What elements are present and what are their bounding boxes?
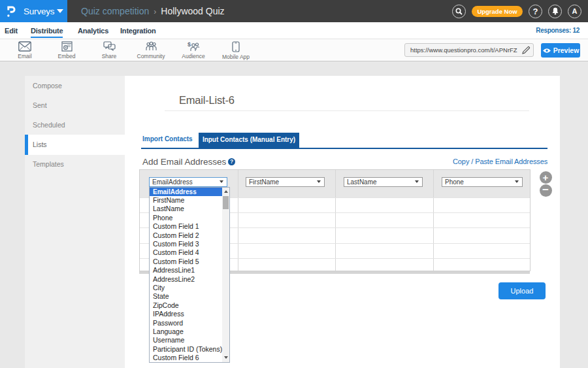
- svg-text:$: $: [188, 41, 191, 48]
